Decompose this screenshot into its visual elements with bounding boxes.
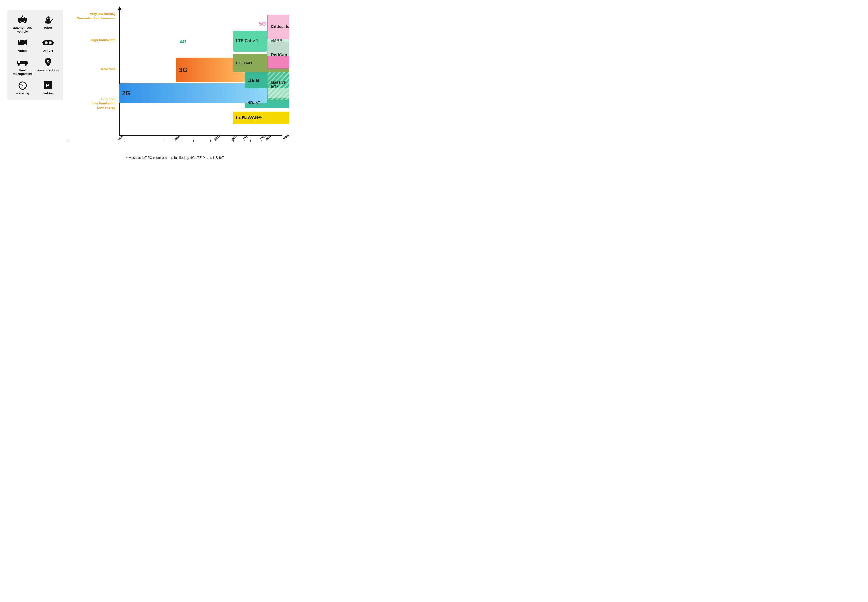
bar-label-nb-iot: NB-IoT <box>247 101 260 105</box>
video-icon <box>16 38 29 48</box>
year-label-2016: 2016 <box>231 134 238 141</box>
svg-point-25 <box>49 41 52 44</box>
year-labels-row: 199620062013201620182021202220252028 <box>119 136 282 146</box>
icon-item-metering: 0 100 metering <box>11 80 34 95</box>
y-label-very-low-latency: Very low latencyGuaranteed performance <box>76 12 115 20</box>
video-label: video <box>18 49 27 53</box>
arvr-icon <box>42 38 54 48</box>
robot-label: robot <box>44 26 52 30</box>
metering-icon: 0 100 <box>16 80 29 90</box>
y-labels: Low costLow bandwidthLow energy Real tim… <box>68 10 118 136</box>
svg-marker-20 <box>24 39 28 45</box>
svg-point-24 <box>45 41 48 44</box>
svg-marker-31 <box>24 61 28 62</box>
icon-item-video: video <box>11 38 34 53</box>
bar-label-massive-iot: Massive IoT* <box>271 80 286 89</box>
year-tick-2025 <box>233 140 234 141</box>
svg-rect-4 <box>19 17 21 18</box>
y-label-high-bandwidth: High bandwidth <box>91 38 115 42</box>
svg-point-3 <box>24 21 26 24</box>
icon-item-arvr: AR/VR <box>37 38 60 53</box>
icon-item-fleet: fleet management <box>11 57 34 76</box>
asset-tracking-icon <box>42 57 54 67</box>
svg-text:100: 100 <box>23 87 25 88</box>
svg-text:P: P <box>46 83 49 89</box>
svg-rect-18 <box>47 23 49 24</box>
asset-tracking-label: asset tracking <box>37 68 58 72</box>
bar-label-critical-iot: Critical IoT <box>271 24 289 29</box>
autonomous-vehicle-icon <box>16 15 29 24</box>
year-tick-2022 <box>216 140 216 141</box>
y-label-real-time: Real time <box>101 67 115 72</box>
bar-critical-iot: Critical IoT <box>267 15 289 39</box>
svg-point-14 <box>48 15 49 17</box>
year-label-2006: 2006 <box>173 134 181 141</box>
bar-massive-iot: Massive IoT* <box>267 69 289 100</box>
svg-point-36 <box>48 61 49 62</box>
svg-point-11 <box>48 18 49 19</box>
arvr-label: AR/VR <box>43 49 53 53</box>
bar-label-2g: 2G <box>122 89 130 97</box>
svg-point-10 <box>47 18 48 19</box>
y-axis <box>119 10 120 136</box>
left-panel: autonomous vehicle robot <box>7 10 63 100</box>
bar-lte-cat-gt1: LTE Cat > 1 <box>233 31 267 52</box>
icon-item-robot: robot <box>37 15 60 33</box>
svg-rect-26 <box>48 42 49 43</box>
bar-label-3g: 3G <box>179 66 187 74</box>
svg-rect-5 <box>25 17 26 18</box>
svg-rect-9 <box>46 21 51 23</box>
year-tick-2018 <box>193 140 194 141</box>
chart-wrapper: Low costLow bandwidthLow energy Real tim… <box>68 10 282 151</box>
svg-point-6 <box>22 15 23 17</box>
parking-label: parking <box>42 91 54 95</box>
5g-label: 5G <box>259 21 266 27</box>
year-tick-1996 <box>68 140 68 141</box>
svg-point-21 <box>19 40 20 41</box>
svg-point-2 <box>19 21 21 24</box>
icon-item-autonomous-vehicle: autonomous vehicle <box>11 15 34 33</box>
icon-item-parking: P parking <box>37 80 60 95</box>
bar-label-redcap: RedCap <box>271 52 287 58</box>
bar-label-lte-cat1: LTE Cat1 <box>236 61 253 65</box>
year-tick-2021 <box>210 140 211 141</box>
main-container: autonomous vehicle robot <box>7 10 282 160</box>
year-label-2025: 2025 <box>282 134 289 141</box>
y-axis-arrow <box>118 6 121 10</box>
year-label-2013: 2013 <box>213 134 221 141</box>
year-tick-2016 <box>182 140 182 141</box>
bar-label-lte-cat-gt1: LTE Cat > 1 <box>236 38 258 43</box>
svg-rect-12 <box>47 20 49 20</box>
bar-label-embb: eMBB <box>271 38 282 43</box>
footnote: * Massive IoT 5G requirements fulfilled … <box>68 156 282 160</box>
icon-item-asset-tracking: asset tracking <box>37 57 60 76</box>
4g-label: 4G <box>180 39 187 45</box>
svg-point-33 <box>25 64 27 66</box>
svg-rect-8 <box>46 17 50 21</box>
y-label-low-cost: Low costLow bandwidthLow energy <box>92 97 115 110</box>
bar-label-lte-m: LTE-M <box>247 78 259 83</box>
fleet-label: fleet management <box>11 68 34 76</box>
year-tick-2006 <box>125 140 125 141</box>
year-label-2018: 2018 <box>242 134 250 141</box>
svg-point-32 <box>18 64 20 66</box>
fleet-icon <box>16 57 29 67</box>
parking-icon: P <box>42 80 54 90</box>
chart-area: Low costLow bandwidthLow energy Real tim… <box>68 10 282 160</box>
svg-rect-19 <box>18 40 24 45</box>
svg-point-39 <box>22 85 23 86</box>
svg-rect-34 <box>18 61 20 63</box>
bar-lorawan: LoRaWAN® <box>233 112 289 124</box>
metering-label: metering <box>16 91 29 95</box>
year-tick-2013 <box>165 140 165 141</box>
robot-icon <box>42 15 54 24</box>
year-tick-2028 <box>250 140 251 141</box>
bar-label-lorawan: LoRaWAN® <box>236 115 262 121</box>
year-label-2022: 2022 <box>265 134 272 141</box>
autonomous-vehicle-label: autonomous vehicle <box>11 26 34 33</box>
svg-line-17 <box>52 18 54 20</box>
